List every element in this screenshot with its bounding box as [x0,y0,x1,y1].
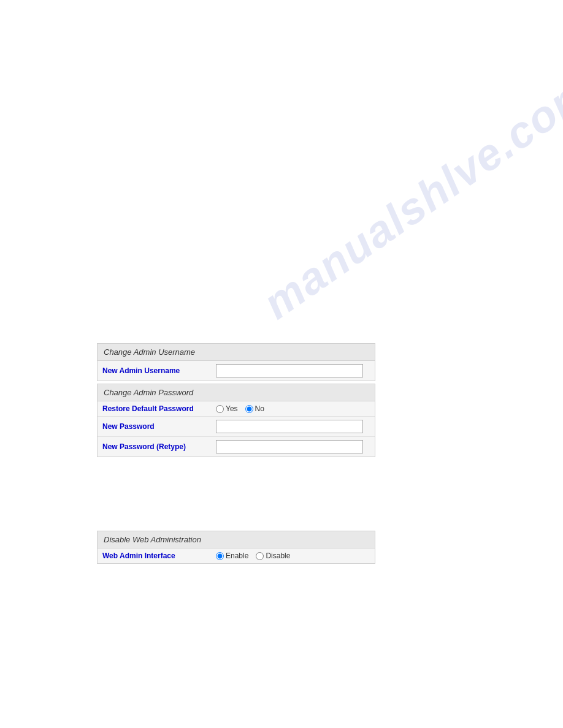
new-password-input[interactable] [216,420,363,433]
web-admin-interface-row: Web Admin Interface Enable Disable [98,548,375,563]
change-admin-username-section: Change Admin Username New Admin Username [97,343,375,381]
watermark: manualshlve.com [254,65,563,329]
disable-web-admin-header: Disable Web Administration [98,531,375,548]
restore-default-password-row: Restore Default Password Yes No [98,401,375,417]
new-admin-username-label: New Admin Username [102,366,216,375]
restore-default-password-radio-group: Yes No [216,404,370,413]
new-password-retype-label: New Password (Retype) [102,442,216,451]
restore-yes-radio[interactable] [216,405,224,413]
restore-default-password-input-wrapper: Yes No [216,404,370,413]
new-admin-username-row: New Admin Username [98,361,375,381]
new-password-retype-input-wrapper [216,440,370,453]
new-password-retype-input[interactable] [216,440,363,453]
new-password-input-wrapper [216,420,370,433]
web-admin-interface-input-wrapper: Enable Disable [216,552,370,560]
web-admin-enable-radio[interactable] [216,552,224,560]
new-admin-username-input-wrapper [216,364,370,377]
web-admin-enable-text: Enable [226,552,248,560]
web-admin-disable-radio-label[interactable]: Disable [256,552,290,560]
change-admin-password-section: Change Admin Password Restore Default Pa… [97,384,375,457]
web-admin-interface-label: Web Admin Interface [102,552,216,560]
change-admin-password-header: Change Admin Password [98,384,375,401]
new-password-retype-row: New Password (Retype) [98,437,375,457]
restore-no-radio[interactable] [245,405,253,413]
new-password-label: New Password [102,422,216,431]
web-admin-enable-radio-label[interactable]: Enable [216,552,248,560]
new-admin-username-input[interactable] [216,364,363,377]
new-password-row: New Password [98,417,375,437]
web-admin-disable-radio[interactable] [256,552,264,560]
disable-web-admin-section: Disable Web Administration Web Admin Int… [97,531,375,564]
change-admin-username-header: Change Admin Username [98,344,375,361]
web-admin-interface-radio-group: Enable Disable [216,552,370,560]
restore-no-text: No [255,404,264,413]
restore-default-password-label: Restore Default Password [102,404,216,413]
restore-no-radio-label[interactable]: No [245,404,264,413]
restore-yes-radio-label[interactable]: Yes [216,404,238,413]
web-admin-disable-text: Disable [266,552,290,560]
restore-yes-text: Yes [226,404,238,413]
